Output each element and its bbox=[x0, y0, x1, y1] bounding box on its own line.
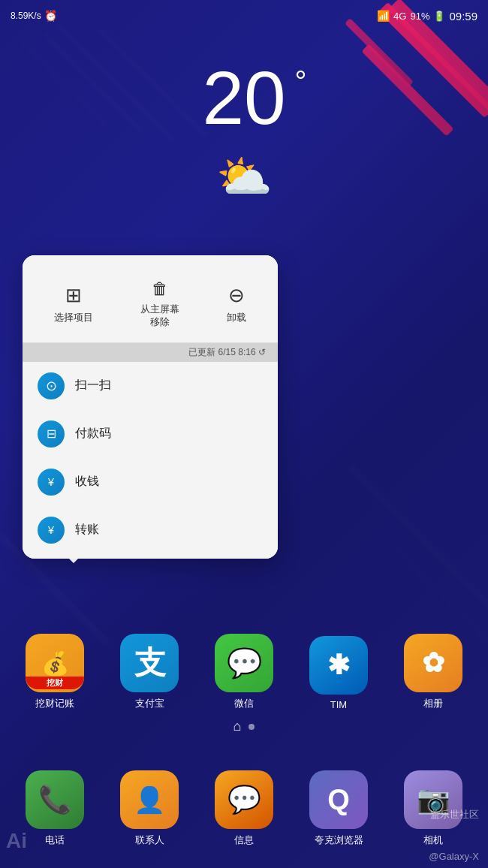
dock-messages-label: 信息 bbox=[234, 833, 254, 847]
app-gallery-label: 相册 bbox=[423, 697, 443, 710]
screen: 8.59K/s ⏰ 📶 4G 91% 🔋 09:59 20° ⛅ ⊞ 选择项目 bbox=[0, 0, 488, 868]
wechat-update-banner: 已更新 6/15 8:16 ↺ bbox=[23, 343, 278, 362]
temperature-value: 20 bbox=[202, 56, 285, 140]
app-wechat[interactable]: 💬 微信 bbox=[206, 634, 282, 710]
app-caiji-icon: 💰 挖财 bbox=[26, 634, 84, 692]
weather-icon: ⛅ bbox=[216, 150, 273, 203]
status-left: 8.59K/s ⏰ bbox=[11, 10, 57, 22]
home-icon: ⌂ bbox=[233, 719, 242, 734]
dot-inactive bbox=[249, 724, 255, 730]
status-right: 📶 4G 91% 🔋 09:59 bbox=[377, 10, 477, 23]
temperature-display: 20° bbox=[202, 60, 285, 135]
receive-label: 收钱 bbox=[75, 474, 99, 490]
dock-browser[interactable]: Q 夸克浏览器 bbox=[301, 770, 376, 847]
context-remove-item[interactable]: 🗑 从主屏幕移除 bbox=[130, 273, 190, 335]
app-wechat-label: 微信 bbox=[234, 697, 254, 710]
uninstall-label: 卸载 bbox=[227, 312, 246, 324]
app-gallery[interactable]: ✿ 相册 bbox=[396, 634, 471, 710]
dock-phone-icon: 📞 bbox=[26, 770, 84, 829]
dock-messages[interactable]: 💬 信息 bbox=[206, 770, 282, 847]
submenu-pay[interactable]: ⊟ 付款码 bbox=[23, 410, 278, 458]
weather-area: 20° ⛅ bbox=[0, 60, 488, 203]
app-caiji-label: 挖财记账 bbox=[35, 697, 74, 710]
app-alipay[interactable]: 支 支付宝 bbox=[112, 634, 187, 710]
select-icon: ⊞ bbox=[65, 284, 82, 307]
battery-icon: 🔋 bbox=[433, 11, 445, 22]
app-wechat-icon: 💬 bbox=[215, 634, 273, 692]
app-caiji[interactable]: 💰 挖财 挖财记账 bbox=[17, 634, 92, 710]
dock-browser-icon: Q bbox=[309, 770, 368, 829]
context-menu-container: ⊞ 选择项目 🗑 从主屏幕移除 ⊖ 卸载 已更新 6/15 8:16 ↺ ⊙ bbox=[23, 255, 278, 559]
dock-contacts-icon: 👤 bbox=[120, 770, 179, 829]
context-select-item[interactable]: ⊞ 选择项目 bbox=[44, 278, 104, 330]
app-alipay-label: 支付宝 bbox=[135, 697, 164, 710]
pay-label: 付款码 bbox=[75, 426, 111, 442]
context-menu-top: ⊞ 选择项目 🗑 从主屏幕移除 ⊖ 卸载 bbox=[23, 260, 278, 343]
degree-symbol: ° bbox=[295, 66, 307, 96]
alarm-icon: ⏰ bbox=[44, 10, 57, 22]
scan-icon: ⊙ bbox=[38, 372, 65, 399]
app-alipay-icon: 支 bbox=[120, 634, 179, 692]
pay-icon: ⊟ bbox=[38, 420, 65, 448]
submenu-scan[interactable]: ⊙ 扫一扫 bbox=[23, 362, 278, 410]
context-uninstall-item[interactable]: ⊖ 卸载 bbox=[216, 278, 257, 330]
clock: 09:59 bbox=[449, 10, 477, 23]
submenu-transfer[interactable]: ¥ 转账 bbox=[23, 506, 278, 554]
home-dots: ⌂ bbox=[0, 719, 488, 734]
context-menu: ⊞ 选择项目 🗑 从主屏幕移除 ⊖ 卸载 已更新 6/15 8:16 ↺ ⊙ bbox=[23, 255, 278, 559]
dock-phone[interactable]: 📞 电话 bbox=[17, 770, 92, 847]
app-tim-label: TIM bbox=[330, 699, 347, 710]
app-gallery-icon: ✿ bbox=[404, 634, 462, 692]
uninstall-icon: ⊖ bbox=[228, 284, 245, 307]
remove-label: 从主屏幕移除 bbox=[140, 303, 179, 329]
signal-icon: 4G bbox=[393, 11, 406, 22]
submenu-receive[interactable]: ¥ 收钱 bbox=[23, 458, 278, 506]
battery-percent: 91% bbox=[410, 11, 429, 22]
bottom-dock: 📞 电话 👤 联系人 💬 信息 Q 夸克浏览器 📷 相机 bbox=[0, 770, 488, 847]
scan-label: 扫一扫 bbox=[75, 378, 111, 393]
select-label: 选择项目 bbox=[54, 312, 93, 324]
wifi-icon: 📶 bbox=[377, 10, 390, 22]
dock-contacts-label: 联系人 bbox=[135, 833, 164, 847]
dock-contacts[interactable]: 👤 联系人 bbox=[112, 770, 187, 847]
apps-row: 💰 挖财 挖财记账 支 支付宝 💬 微信 ✱ TIM ✿ 相册 bbox=[0, 634, 488, 710]
app-tim-icon: ✱ bbox=[309, 636, 368, 695]
receive-icon: ¥ bbox=[38, 469, 65, 496]
dock-camera-label: 相机 bbox=[423, 833, 443, 847]
transfer-label: 转账 bbox=[75, 522, 99, 538]
watermark-ai: Ai bbox=[0, 830, 27, 851]
wechat-update-text: 已更新 6/15 8:16 ↺ bbox=[188, 347, 266, 357]
dock-browser-label: 夸克浏览器 bbox=[315, 833, 363, 847]
watermark-galaxy: @Galaxy-X bbox=[429, 851, 479, 862]
dock-phone-label: 电话 bbox=[45, 833, 65, 847]
status-bar: 8.59K/s ⏰ 📶 4G 91% 🔋 09:59 bbox=[0, 0, 488, 32]
remove-icon: 🗑 bbox=[152, 279, 168, 299]
watermark-community: 盖乐世社区 bbox=[430, 808, 479, 821]
transfer-icon: ¥ bbox=[38, 517, 65, 544]
dock-messages-icon: 💬 bbox=[215, 770, 273, 829]
network-speed: 8.59K/s bbox=[11, 11, 41, 21]
app-tim[interactable]: ✱ TIM bbox=[301, 636, 376, 710]
